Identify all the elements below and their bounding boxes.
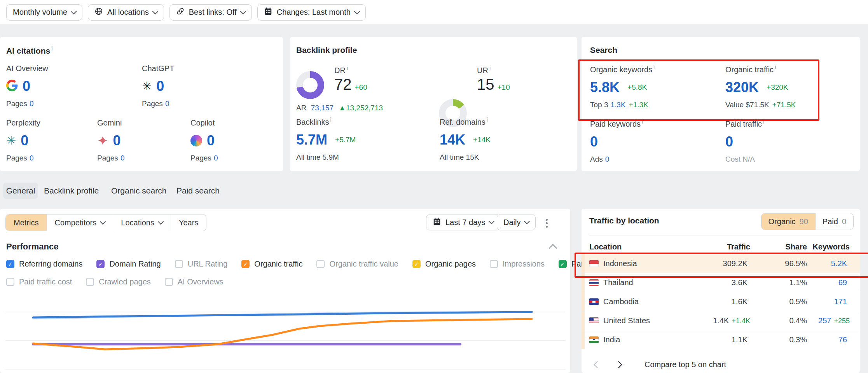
tab-backlink-profile[interactable]: Backlink profile <box>44 183 99 199</box>
column-traffic[interactable]: Traffic <box>680 242 750 251</box>
paid-keywords-block: Paid keywordsi 0 Ads0 <box>590 119 643 164</box>
pages-count-link[interactable]: 0 <box>214 154 218 162</box>
checkbox-icon <box>175 260 183 268</box>
organic-keywords-value[interactable]: 5.8K <box>590 79 620 96</box>
column-location[interactable]: Location <box>589 242 680 251</box>
chevron-down-icon <box>71 8 77 14</box>
metric-checkbox-ai-overviews[interactable]: AI Overviews <box>165 277 224 286</box>
segment-competitors[interactable]: Competitors <box>46 214 113 231</box>
keywords-link[interactable]: 76 <box>838 335 847 344</box>
granularity-dropdown[interactable]: Daily <box>497 214 536 230</box>
metric-checkbox-paid-traffic-cost[interactable]: Paid traffic cost <box>6 277 72 286</box>
segment-metrics[interactable]: Metrics <box>6 214 46 231</box>
top3-value-link[interactable]: 1.3K <box>610 101 625 109</box>
collapse-chevron-up-icon[interactable] <box>549 244 557 252</box>
checkbox-icon <box>165 278 173 286</box>
compare-top5-link[interactable]: Compare top 5 on chart <box>644 360 726 369</box>
location-row-thailand[interactable]: Thailand 3.6K 1.1% 69 <box>582 273 860 292</box>
info-icon[interactable]: i <box>330 117 331 123</box>
cost-label: Cost <box>725 155 741 163</box>
date-range-dropdown[interactable]: Last 7 days <box>426 214 500 230</box>
tab-paid-search[interactable]: Paid search <box>176 183 220 199</box>
copilot-icon <box>190 135 202 146</box>
tab-organic-search[interactable]: Organic search <box>111 183 166 199</box>
citations-count[interactable]: 0 <box>23 78 30 94</box>
globe-icon <box>94 7 103 17</box>
toggle-paid[interactable]: Paid0 <box>815 213 853 230</box>
locations-filter-dropdown[interactable]: All locations <box>88 4 164 21</box>
paid-traffic-block: Paid traffici 0 Cost N/A <box>725 119 764 164</box>
keywords-link[interactable]: 5.2K <box>831 259 847 268</box>
tab-general[interactable]: General <box>3 183 38 199</box>
segment-years[interactable]: Years <box>171 214 206 231</box>
info-icon[interactable]: i <box>51 45 52 52</box>
organic-accent-strip <box>582 254 585 273</box>
citations-count[interactable]: 0 <box>207 132 215 149</box>
info-icon[interactable]: i <box>775 64 776 70</box>
metric-checkbox-domain-rating[interactable]: Domain Rating <box>96 260 161 268</box>
keywords-link[interactable]: 257 <box>818 316 831 325</box>
citations-count[interactable]: 0 <box>113 132 121 149</box>
checkbox-icon <box>559 260 567 268</box>
location-row-indonesia[interactable]: Indonesia 309.2K 96.5% 5.2K <box>582 254 860 273</box>
column-share[interactable]: Share <box>750 242 807 251</box>
info-icon[interactable]: i <box>642 119 643 125</box>
ads-count-link[interactable]: 0 <box>605 155 610 163</box>
prev-page-arrow-icon[interactable] <box>594 361 601 368</box>
next-page-arrow-icon[interactable] <box>615 361 622 368</box>
search-title: Search <box>590 45 617 55</box>
metric-checkbox-impressions[interactable]: Impressions <box>490 260 545 268</box>
pages-count-link[interactable]: 0 <box>30 154 34 162</box>
search-card: Search Organic keywordsi 5.8K+5.8K Top 3… <box>582 37 860 171</box>
ai-citations-card: AI citationsi AI Overview 0 Pages0 ChatG… <box>0 37 283 171</box>
table-pagination: Compare top 5 on chart <box>595 360 726 369</box>
organic-keywords-block: Organic keywordsi 5.8K+5.8K Top 31.3K+1.… <box>590 64 655 109</box>
keywords-link[interactable]: 171 <box>834 297 847 306</box>
column-keywords[interactable]: Keywords <box>807 242 850 251</box>
pages-label: Pages <box>142 99 163 108</box>
organic-traffic-value[interactable]: 320K <box>725 79 759 96</box>
location-row-united-states[interactable]: United States 1.4K+1.4K 0.4% 257+255 <box>582 311 860 330</box>
all-time-value: 15K <box>466 153 479 161</box>
info-icon[interactable]: i <box>653 64 655 70</box>
changes-dropdown[interactable]: Changes: Last month <box>257 4 366 21</box>
kebab-menu-icon[interactable] <box>546 217 548 229</box>
info-icon[interactable]: i <box>763 119 764 125</box>
paid-keywords-value[interactable]: 0 <box>590 134 598 150</box>
best-links-dropdown[interactable]: Best links: Off <box>169 4 252 21</box>
pages-count-link[interactable]: 0 <box>165 99 169 108</box>
all-time-label: All time <box>440 153 464 161</box>
value-label: Value <box>725 101 744 109</box>
citations-count[interactable]: 0 <box>21 132 28 149</box>
pages-count-link[interactable]: 0 <box>30 99 34 108</box>
chevron-down-icon <box>524 218 530 225</box>
pages-count-link[interactable]: 0 <box>121 154 125 162</box>
metric-checkbox-organic-traffic[interactable]: Organic traffic <box>241 260 302 268</box>
metric-checkbox-url-rating[interactable]: URL Rating <box>175 260 228 268</box>
ref-domains-value[interactable]: 14K <box>440 132 465 148</box>
metric-checkbox-organic-pages[interactable]: Organic pages <box>412 260 476 268</box>
toggle-organic[interactable]: Organic90 <box>761 213 815 230</box>
location-row-india[interactable]: India 1.1K 0.3% 76 <box>582 330 860 349</box>
info-icon[interactable]: i <box>487 117 488 123</box>
metric-checkbox-referring-domains[interactable]: Referring domains <box>6 260 82 268</box>
info-icon[interactable]: i <box>489 65 491 71</box>
ar-value-link[interactable]: 73,157 <box>311 104 334 112</box>
organic-paid-toggle: Organic90 Paid0 <box>761 213 854 230</box>
metric-checkbox-organic-traffic-value[interactable]: Organic traffic value <box>316 260 398 268</box>
backlinks-value[interactable]: 5.7M <box>296 132 327 148</box>
citations-count[interactable]: 0 <box>156 78 164 94</box>
ai-citations-title: AI citationsi <box>6 45 52 56</box>
backlinks-block: Backlinksi 5.7M+5.7M All time 5.9M <box>296 117 356 162</box>
top3-label: Top 3 <box>590 101 608 109</box>
monthly-volume-dropdown[interactable]: Monthly volume <box>6 4 82 21</box>
performance-panel: Metrics Competitors Locations Years Last… <box>0 209 570 373</box>
segment-locations[interactable]: Locations <box>113 214 171 231</box>
paid-traffic-value[interactable]: 0 <box>725 134 733 150</box>
info-icon[interactable]: i <box>347 65 348 71</box>
top3-delta: +1.3K <box>629 101 648 109</box>
checkbox-icon <box>241 260 250 268</box>
metric-checkbox-crawled-pages[interactable]: Crawled pages <box>86 277 150 286</box>
location-row-cambodia[interactable]: Cambodia 1.6K 0.5% 171 <box>582 292 860 311</box>
keywords-link[interactable]: 69 <box>838 278 847 287</box>
